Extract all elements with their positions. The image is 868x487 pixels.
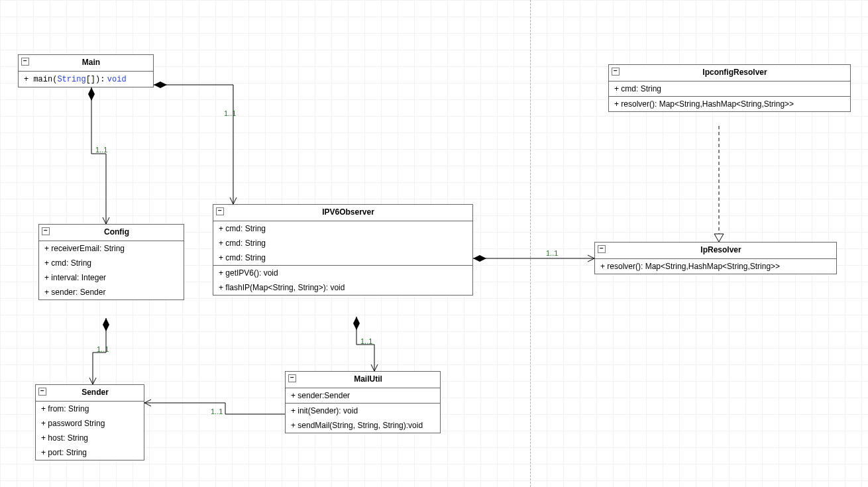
arrow-main-observer [230,197,237,204]
collapse-icon[interactable]: − [612,68,620,76]
attribute[interactable]: + cmd: String [213,250,472,265]
arrow-observer-mailutil [371,364,378,371]
class-ipresolver[interactable]: − IpResolver + resolver(): Map<String,Ha… [594,242,837,274]
diamond-main-observer [154,81,167,88]
class-config-title[interactable]: − Config [39,225,184,241]
operation[interactable]: + resolver(): Map<String,HashMap<String,… [595,259,836,274]
operation[interactable]: + sendMail(String, String, String):void [286,418,440,433]
hollow-arrow-ipconfig-ipresolver [714,234,724,242]
class-ipconfigresolver-title[interactable]: − IpconfigResolver [609,65,850,81]
collapse-icon[interactable]: − [288,374,296,382]
attribute[interactable]: + receiverEmail: String [39,241,184,256]
diamond-observer-ipresolver [473,255,486,262]
collapse-icon[interactable]: − [21,58,29,66]
diamond-observer-mailutil [353,317,360,330]
mult-main-config: 1..1 [95,146,107,154]
operation[interactable]: + getIPV6(): void [213,266,472,280]
operation[interactable]: + resolver(): Map<String,HashMap<String,… [609,97,850,111]
collapse-icon[interactable]: − [598,245,606,253]
class-name-label: Config [104,227,129,237]
attribute[interactable]: + interval: Integer [39,270,184,285]
attribute[interactable]: + cmd: String [213,221,472,236]
operation[interactable]: + init(Sender): void [286,404,440,418]
class-name-label: IPV6Observer [322,207,374,217]
attribute[interactable]: + host: String [36,431,144,445]
collapse-icon[interactable]: − [216,207,224,215]
attribute[interactable]: + cmd: String [39,256,184,270]
mult-main-observer: 1..1 [224,109,236,117]
attribute[interactable]: + cmd: String [609,81,850,96]
arrow-mailutil-sender [144,400,151,406]
attribute[interactable]: + sender:Sender [286,388,440,403]
mult-config-sender: 1..1 [97,345,109,353]
operation[interactable]: + flashIP(Map<String, String>): void [213,280,472,295]
class-sender-title[interactable]: − Sender [36,385,144,402]
class-sender[interactable]: − Sender + from: String + password Strin… [35,384,144,460]
arrow-config-sender [89,378,96,384]
class-main[interactable]: − Main + main(String[]): void [18,54,154,87]
operation[interactable]: + main(String[]): void [19,72,153,87]
mult-mailutil-sender: 1..1 [211,407,223,415]
class-mailutil[interactable]: − MailUtil + sender:Sender + init(Sender… [285,371,441,433]
edge-main-config [91,87,106,224]
class-main-title[interactable]: − Main [19,55,153,72]
attribute[interactable]: + port: String [36,445,144,460]
arrow-observer-ipresolver [588,255,594,262]
class-name-label: Main [82,58,100,67]
class-config[interactable]: − Config + receiverEmail: String + cmd: … [38,224,184,300]
diagram-canvas[interactable]: 1..1 1..1 1..1 1..1 1..1 1..1 − Main + m… [0,0,868,487]
class-name-label: Sender [81,388,109,397]
collapse-icon[interactable]: − [42,227,50,235]
attribute[interactable]: + cmd: String [213,236,472,250]
class-name-label: IpResolver [700,245,741,254]
diamond-config-sender [103,318,109,331]
arrow-main-config [103,217,109,224]
class-ipv6observer-title[interactable]: − IPV6Observer [213,205,472,221]
attribute[interactable]: + sender: Sender [39,285,184,299]
class-mailutil-title[interactable]: − MailUtil [286,372,440,388]
diamond-main-config [88,87,95,101]
class-ipconfigresolver[interactable]: − IpconfigResolver + cmd: String + resol… [608,64,851,112]
mult-observer-ipresolver: 1..1 [546,249,558,257]
class-ipresolver-title[interactable]: − IpResolver [595,243,836,259]
class-ipv6observer[interactable]: − IPV6Observer + cmd: String + cmd: Stri… [213,204,473,296]
attribute[interactable]: + from: String [36,402,144,416]
edge-main-observer [154,85,233,204]
attribute[interactable]: + password String [36,416,144,431]
class-name-label: IpconfigResolver [702,68,767,77]
page-break-line [530,0,531,487]
collapse-icon[interactable]: − [38,388,46,396]
mult-observer-mailutil: 1..1 [360,337,372,345]
class-name-label: MailUtil [354,374,382,384]
